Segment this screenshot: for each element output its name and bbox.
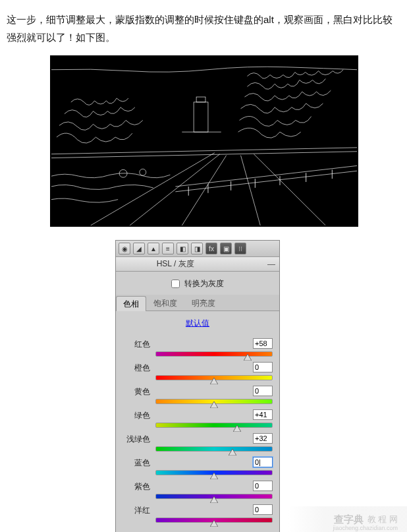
svg-marker-20 <box>210 520 218 527</box>
tab-色相[interactable]: 色相 <box>116 296 146 311</box>
preview-image-wrap <box>0 51 407 240</box>
slider-track[interactable] <box>155 446 273 452</box>
slider-value-input[interactable] <box>253 481 273 491</box>
sliders-group: 红色橙色黄色绿色浅绿色蓝色紫色洋红 <box>116 337 279 532</box>
slider-label: 红色 <box>122 338 150 350</box>
slider-value-input[interactable] <box>253 362 273 372</box>
slider-handle[interactable] <box>233 425 241 432</box>
histogram-icon[interactable]: ◢ <box>133 243 145 254</box>
slider-row-洋红: 洋红 <box>122 503 273 527</box>
slider-handle[interactable] <box>210 401 218 408</box>
slider-track[interactable] <box>155 351 273 357</box>
slider-track[interactable] <box>155 470 273 475</box>
slider-handle[interactable] <box>210 378 218 384</box>
convert-grayscale-checkbox[interactable] <box>171 280 180 288</box>
slider-label: 洋红 <box>122 504 150 516</box>
slider-value-input[interactable] <box>253 338 273 349</box>
slider-handle[interactable] <box>210 520 218 527</box>
article-paragraph: 这一步，细节调整最大，蒙版指数的调整的时候按住键盘的alt，观察画面，黑白对比比… <box>0 0 407 51</box>
slider-label: 橙色 <box>122 362 150 374</box>
slider-row-蓝色: 蓝色 <box>122 456 273 479</box>
lines-icon[interactable]: ≡ <box>162 243 174 254</box>
slider-value-input[interactable] <box>253 457 273 467</box>
slider-row-橙色: 橙色 <box>122 361 273 384</box>
svg-rect-0 <box>51 57 357 225</box>
svg-marker-14 <box>210 378 218 384</box>
camera-icon[interactable]: ▣ <box>220 243 232 254</box>
preview-image <box>50 55 358 227</box>
aperture-icon[interactable]: ◉ <box>119 243 130 254</box>
slider-value-input[interactable] <box>253 386 273 396</box>
defaults-row: 默认值 <box>116 311 279 337</box>
slider-track[interactable] <box>155 517 273 523</box>
slider-row-绿色: 绿色 <box>122 408 273 432</box>
slider-handle[interactable] <box>210 496 218 503</box>
slider-row-紫色: 紫色 <box>122 479 273 503</box>
slider-handle[interactable] <box>229 449 236 456</box>
slider-track[interactable] <box>155 375 273 380</box>
hsl-panel: ◉ ◢ ▲ ≡ ◧ ◨ fx ▣ ⁝⁝ HSL / 灰度 — 转换为灰度 色相饱… <box>115 240 280 532</box>
svg-marker-15 <box>210 401 218 408</box>
tab-明亮度[interactable]: 明亮度 <box>184 295 223 310</box>
svg-marker-13 <box>244 354 252 361</box>
svg-marker-19 <box>210 496 218 503</box>
fx-icon[interactable]: fx <box>205 243 217 254</box>
panel-toolbar: ◉ ◢ ▲ ≡ ◧ ◨ fx ▣ ⁝⁝ <box>116 241 279 257</box>
split-icon[interactable]: ◧ <box>176 243 188 254</box>
slider-row-红色: 红色 <box>122 337 273 361</box>
slider-handle[interactable] <box>244 354 252 361</box>
watermark: 查字典 教 程 网 jiaocheng.chazidian.com <box>288 506 407 532</box>
slider-handle[interactable] <box>210 473 218 479</box>
svg-marker-16 <box>233 425 241 432</box>
slider-label: 蓝色 <box>122 457 150 469</box>
slider-track[interactable] <box>155 423 273 428</box>
svg-marker-17 <box>229 449 236 456</box>
convert-grayscale-row: 转换为灰度 <box>116 272 279 295</box>
slider-label: 浅绿色 <box>122 433 150 445</box>
slider-value-input[interactable] <box>253 433 273 444</box>
svg-marker-18 <box>210 473 218 479</box>
collapse-icon[interactable]: — <box>267 260 275 269</box>
tabs: 色相饱和度明亮度 <box>116 295 279 311</box>
triangle-icon[interactable]: ▲ <box>148 243 159 254</box>
slider-row-黄色: 黄色 <box>122 384 273 408</box>
tab-饱和度[interactable]: 饱和度 <box>146 295 184 310</box>
slider-value-input[interactable] <box>253 504 273 515</box>
panel-title: HSL / 灰度 — <box>116 257 279 272</box>
slider-label: 紫色 <box>122 481 150 492</box>
slider-track[interactable] <box>155 494 273 499</box>
defaults-link[interactable]: 默认值 <box>186 318 209 328</box>
split2-icon[interactable]: ◨ <box>191 243 203 254</box>
slider-value-input[interactable] <box>253 409 273 420</box>
slider-row-浅绿色: 浅绿色 <box>122 432 273 456</box>
slider-label: 黄色 <box>122 386 150 398</box>
sliders-icon[interactable]: ⁝⁝ <box>234 243 246 254</box>
convert-grayscale-label[interactable]: 转换为灰度 <box>171 279 224 288</box>
slider-track[interactable] <box>155 399 273 404</box>
slider-label: 绿色 <box>122 409 150 421</box>
